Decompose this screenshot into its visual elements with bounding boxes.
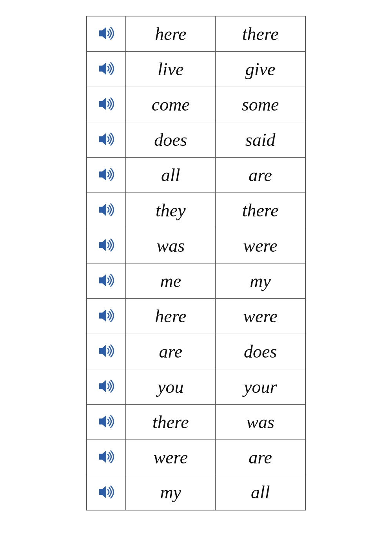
table-row: therewas	[87, 404, 305, 440]
speaker-icon[interactable]	[95, 342, 117, 360]
word2-cell: your	[216, 369, 305, 404]
speaker-icon[interactable]	[95, 236, 117, 254]
word1-cell: were	[126, 440, 216, 475]
svg-marker-7	[99, 274, 106, 287]
speaker-cell[interactable]	[87, 404, 126, 440]
speaker-cell[interactable]	[87, 122, 126, 157]
speaker-cell[interactable]	[87, 334, 126, 369]
table-row: myall	[87, 475, 305, 510]
table-row: allare	[87, 157, 305, 193]
speaker-icon[interactable]	[95, 307, 117, 325]
speaker-cell[interactable]	[87, 87, 126, 122]
word1-cell: are	[126, 334, 216, 369]
table-row: youyour	[87, 369, 305, 404]
speaker-icon[interactable]	[95, 60, 117, 78]
word2-cell: are	[216, 440, 305, 475]
svg-marker-0	[99, 27, 106, 40]
word2-cell: there	[216, 193, 305, 228]
table-row: comesome	[87, 87, 305, 122]
word-table: herethere livegive comesome doessaid all…	[86, 16, 306, 510]
word1-cell: me	[126, 263, 216, 298]
svg-marker-9	[99, 345, 106, 357]
svg-marker-3	[99, 133, 106, 145]
svg-marker-11	[99, 415, 106, 428]
svg-marker-6	[99, 239, 106, 251]
table-row: herewere	[87, 298, 305, 334]
table-row: memy	[87, 263, 305, 298]
word2-cell: were	[216, 298, 305, 334]
svg-marker-5	[99, 203, 106, 216]
word1-cell: live	[126, 51, 216, 87]
svg-marker-1	[99, 62, 106, 75]
svg-marker-2	[99, 98, 106, 110]
word2-cell: there	[216, 16, 305, 51]
speaker-cell[interactable]	[87, 157, 126, 193]
table-row: wereare	[87, 440, 305, 475]
speaker-icon[interactable]	[95, 165, 117, 183]
word2-cell: does	[216, 334, 305, 369]
speaker-cell[interactable]	[87, 51, 126, 87]
speaker-icon[interactable]	[95, 201, 117, 219]
table-row: theythere	[87, 193, 305, 228]
word1-cell: does	[126, 122, 216, 157]
speaker-icon[interactable]	[95, 95, 117, 113]
speaker-cell[interactable]	[87, 228, 126, 263]
speaker-cell[interactable]	[87, 298, 126, 334]
table-row: aredoes	[87, 334, 305, 369]
word2-cell: give	[216, 51, 305, 87]
table-row: waswere	[87, 228, 305, 263]
word1-cell: all	[126, 157, 216, 193]
svg-marker-10	[99, 380, 106, 392]
word1-cell: there	[126, 404, 216, 440]
word2-cell: was	[216, 404, 305, 440]
svg-marker-13	[99, 486, 106, 498]
word2-cell: some	[216, 87, 305, 122]
word1-cell: come	[126, 87, 216, 122]
word1-cell: you	[126, 369, 216, 404]
speaker-cell[interactable]	[87, 369, 126, 404]
word1-cell: my	[126, 475, 216, 510]
word2-cell: all	[216, 475, 305, 510]
speaker-icon[interactable]	[95, 448, 117, 466]
svg-marker-8	[99, 309, 106, 322]
word1-cell: was	[126, 228, 216, 263]
speaker-cell[interactable]	[87, 263, 126, 298]
word1-cell: here	[126, 16, 216, 51]
word-table-container: herethere livegive comesome doessaid all…	[86, 16, 306, 510]
speaker-cell[interactable]	[87, 475, 126, 510]
word2-cell: said	[216, 122, 305, 157]
word2-cell: were	[216, 228, 305, 263]
speaker-icon[interactable]	[95, 412, 117, 430]
speaker-cell[interactable]	[87, 193, 126, 228]
speaker-icon[interactable]	[95, 24, 117, 42]
svg-marker-12	[99, 450, 106, 463]
speaker-cell[interactable]	[87, 440, 126, 475]
speaker-icon[interactable]	[95, 130, 117, 148]
speaker-icon[interactable]	[95, 271, 117, 289]
svg-marker-4	[99, 168, 106, 181]
word2-cell: are	[216, 157, 305, 193]
word1-cell: they	[126, 193, 216, 228]
speaker-cell[interactable]	[87, 16, 126, 51]
speaker-icon[interactable]	[95, 377, 117, 395]
table-row: livegive	[87, 51, 305, 87]
word1-cell: here	[126, 298, 216, 334]
table-row: doessaid	[87, 122, 305, 157]
word2-cell: my	[216, 263, 305, 298]
speaker-icon[interactable]	[95, 483, 117, 501]
table-row: herethere	[87, 16, 305, 51]
